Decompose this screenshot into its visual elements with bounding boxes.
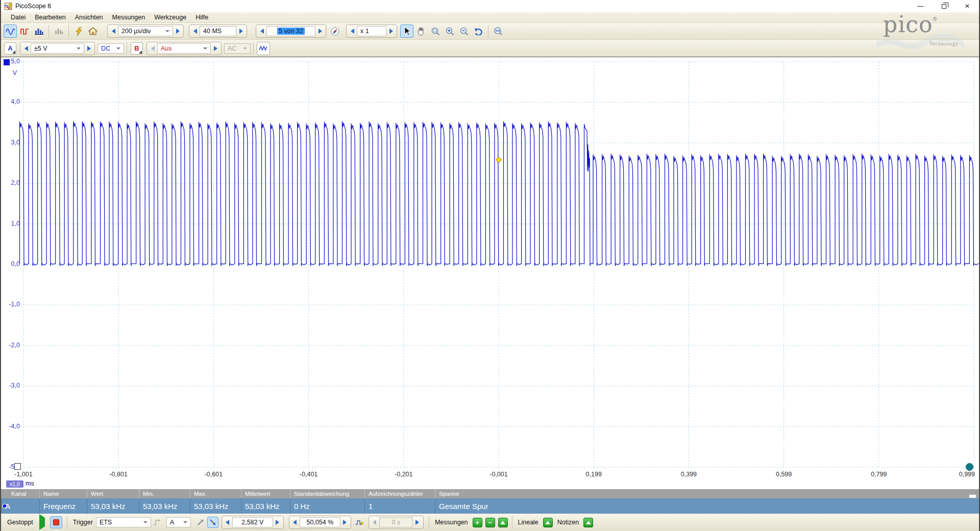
delay-down-button[interactable]: [370, 517, 379, 527]
buffer-field[interactable]: 5 von 32: [266, 26, 315, 36]
timebase-next-button[interactable]: [173, 26, 182, 36]
rising-edge-icon: [197, 519, 204, 526]
delay-up-button[interactable]: [413, 517, 422, 527]
measurement-cell-6: 0 Hz: [290, 498, 364, 514]
buffer-overview-button[interactable]: [329, 26, 340, 37]
channel-a-range-prev-button[interactable]: [21, 43, 31, 54]
measurement-cell-4: 53,03 kHz: [190, 498, 241, 514]
trigger-source-select[interactable]: A: [166, 517, 191, 527]
menu-werkzeuge[interactable]: Werkzeuge: [150, 13, 191, 22]
samples-next-button[interactable]: [236, 26, 246, 36]
scrollbar-thumb[interactable]: [969, 495, 976, 498]
marquee-zoom-button[interactable]: [429, 25, 442, 38]
measurements-table: KanalNameWertMin.Max.MittelwertStandarda…: [1, 489, 979, 514]
minimize-button[interactable]: —: [909, 0, 932, 12]
menu-messungen[interactable]: Messungen: [108, 13, 150, 22]
channel-b-coupling-select-disabled: AC: [224, 43, 251, 54]
axis-handle[interactable]: [14, 463, 21, 470]
toolbar-separator: [253, 42, 254, 55]
start-button[interactable]: [36, 518, 48, 527]
pretrigger-up-button[interactable]: [340, 517, 350, 527]
left-arrow-icon: [260, 29, 264, 34]
menu-datei[interactable]: Datei: [6, 13, 30, 22]
persistence-view-button[interactable]: [18, 25, 31, 38]
samples-field[interactable]: 40 MS: [200, 26, 236, 36]
menu-ansichten[interactable]: Ansichten: [70, 13, 108, 22]
pointer-tool-button[interactable]: [400, 25, 413, 38]
rulers-button[interactable]: [543, 518, 553, 527]
restore-icon: [942, 4, 946, 9]
lightning-icon: [75, 27, 83, 36]
spectrum-bars-disabled-icon: [55, 28, 63, 35]
zoom-prev-button[interactable]: [348, 26, 357, 36]
edit-measurement-button[interactable]: [498, 518, 508, 527]
pretrigger-down-button[interactable]: [290, 517, 300, 527]
scope-display[interactable]: 5,04,03,02,01,00,0-1,0-2,0-3,0-4,0-5,0 V…: [1, 57, 979, 489]
level-down-button[interactable]: [223, 517, 232, 527]
measurement-cell-1: Frequenz: [39, 498, 87, 514]
zoom-factor-field[interactable]: x 1: [357, 26, 386, 36]
spectrum-view-button[interactable]: [32, 25, 45, 38]
channel-a-range-next-button[interactable]: [84, 43, 93, 54]
rising-edge-button[interactable]: [195, 517, 206, 528]
pan-tool-button[interactable]: [414, 25, 428, 38]
channel-a-button[interactable]: A: [4, 42, 16, 55]
measurement-row[interactable]: AFrequenz53,03 kHz53,03 kHz53,03 kHz53,0…: [1, 498, 979, 514]
toolbar-separator: [68, 25, 69, 37]
x-tick-label: -0,401: [293, 471, 324, 478]
menu-hilfe[interactable]: Hilfe: [191, 13, 213, 22]
zoom-out-button[interactable]: [457, 25, 471, 38]
undo-zoom-button[interactable]: [472, 25, 485, 38]
menu-bearbeiten[interactable]: Bearbeiten: [30, 13, 70, 22]
menu-bar: Datei Bearbeiten Ansichten Messungen Wer…: [1, 12, 979, 23]
x-tick-label: 0,399: [673, 471, 704, 478]
zoom-next-button[interactable]: [386, 26, 396, 36]
signal-generator-button[interactable]: [257, 42, 270, 55]
stop-icon: [53, 519, 59, 525]
x-scale-badge[interactable]: x1,0: [6, 480, 23, 488]
buffer-next-button[interactable]: [315, 26, 325, 36]
channel-a-coupling-select[interactable]: DC: [97, 43, 124, 54]
notes-button[interactable]: [583, 518, 593, 527]
channel-b-range-next-button[interactable]: [211, 43, 220, 54]
notes-marker[interactable]: [966, 463, 973, 471]
add-measurement-button[interactable]: +: [473, 518, 482, 527]
cursor-arrow-icon: [403, 27, 411, 36]
trigger-mode-select[interactable]: ETS: [96, 517, 151, 527]
channel-b-range-select[interactable]: Aus: [157, 43, 211, 54]
home-button[interactable]: [86, 25, 100, 38]
measurement-cell-0: A: [1, 498, 39, 514]
post-trigger-mode-button[interactable]: [354, 517, 365, 528]
remove-measurement-button[interactable]: −: [485, 518, 495, 527]
zoom-100-icon: 100: [494, 27, 503, 36]
trigger-level-field[interactable]: 2,582 V: [232, 517, 273, 527]
level-up-button[interactable]: [273, 517, 282, 527]
column-header-1: Name: [39, 489, 87, 498]
channel-b-button[interactable]: B: [131, 42, 143, 55]
trigger-level-group: 2,582 V: [222, 516, 284, 529]
stop-button[interactable]: [50, 516, 62, 528]
channel-a-range-select[interactable]: ±5 V: [31, 43, 84, 54]
zoom-full-button[interactable]: 100: [492, 25, 505, 38]
scope-view-button[interactable]: [4, 25, 17, 38]
right-arrow-icon: [87, 46, 91, 51]
auto-setup-button[interactable]: [72, 25, 85, 38]
zoom-in-button[interactable]: [443, 25, 456, 38]
timebase-prev-button[interactable]: [109, 26, 118, 36]
timebase-select[interactable]: 200 µs/div: [118, 26, 173, 36]
falling-edge-button[interactable]: [207, 517, 218, 528]
channel-a-axis-marker[interactable]: [4, 59, 10, 65]
buffer-prev-button[interactable]: [257, 26, 266, 36]
spectrum-bars-icon: [35, 28, 43, 35]
pre-trigger-field[interactable]: 50,054 %: [300, 517, 340, 527]
samples-prev-button[interactable]: [190, 26, 200, 36]
restore-button[interactable]: [932, 0, 955, 12]
picoscope-window: PicoScope 6 — ✕ Datei Bearbeiten Ansicht…: [0, 0, 980, 531]
y-tick-label: 4,0: [1, 98, 21, 105]
measurement-cell-7: 1: [364, 498, 435, 514]
trigger-marker[interactable]: [496, 157, 502, 162]
measurement-cell-5: 53,03 kHz: [241, 498, 290, 514]
y-tick-label: -1,0: [1, 301, 21, 308]
close-button[interactable]: ✕: [955, 0, 979, 12]
trigger-delay-value: 0 s: [392, 519, 401, 526]
